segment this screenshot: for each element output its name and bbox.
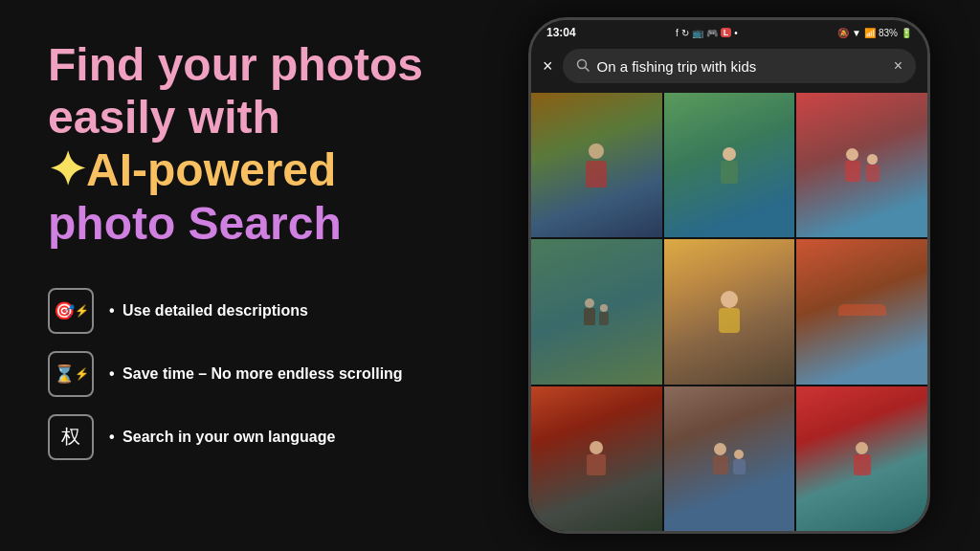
headline-line2: easily with: [48, 91, 459, 143]
photo-cell-1[interactable]: [531, 93, 662, 237]
phone-mockup: 13:04 f ↻ 📺 🎮 L • 🔕 ▼ 📶 83% 🔋 ×: [528, 17, 930, 534]
badge-icon: L: [721, 28, 732, 37]
photo-cell-5[interactable]: [664, 239, 795, 384]
headline-ai-line: ✦AI-powered: [48, 143, 459, 196]
photo-cell-9[interactable]: [796, 386, 927, 531]
target-lightning-icon: 🎯⚡: [48, 288, 94, 334]
photo-cell-6[interactable]: [796, 239, 927, 384]
photo-grid: [531, 93, 927, 531]
feature-item-scrolling: ⌛⚡ • Save time – No more endless scrolli…: [48, 351, 459, 397]
dot-icon: •: [734, 28, 738, 38]
headline-ai-text: AI-powered: [86, 144, 336, 195]
feature-item-language: 权 • Search in your own language: [48, 414, 459, 460]
photo-cell-7[interactable]: [531, 386, 662, 531]
headline-line1: Find your photos: [48, 38, 459, 91]
headline: Find your photos easily with ✦AI-powered…: [48, 38, 459, 250]
hourglass-lightning-icon: ⌛⚡: [48, 351, 94, 397]
fb-icon: f: [676, 28, 679, 38]
tv-icon2: 🎮: [706, 28, 718, 38]
photo-cell-4[interactable]: [531, 239, 662, 384]
tv-icon1: 📺: [692, 28, 703, 38]
search-box[interactable]: On a fishing trip with kids ×: [563, 49, 916, 83]
status-time: 13:04: [546, 26, 576, 39]
photo-cell-8[interactable]: [664, 386, 795, 531]
status-icons-left: f ↻ 📺 🎮 L •: [676, 28, 738, 38]
language-icon: 权: [48, 414, 94, 460]
photo-cell-3[interactable]: [796, 93, 927, 237]
sparkle-icon: ✦: [48, 144, 86, 195]
wifi-icon: ▼: [852, 28, 861, 38]
battery-icon: 🔋: [901, 28, 912, 38]
feature-item-descriptions: 🎯⚡ • Use detailed descriptions: [48, 288, 459, 334]
headline-search-text: photo Search: [48, 197, 459, 250]
status-icons-right: 🔕 ▼ 📶 83% 🔋: [837, 28, 912, 38]
feature-text-language: • Search in your own language: [109, 429, 335, 446]
search-bar-row: × On a fishing trip with kids ×: [531, 43, 927, 93]
feature-text-scrolling: • Save time – No more endless scrolling: [109, 365, 403, 383]
right-panel: 13:04 f ↻ 📺 🎮 L • 🔕 ▼ 📶 83% 🔋 ×: [498, 0, 980, 551]
battery-text: 83%: [879, 28, 898, 38]
photo-cell-2[interactable]: [664, 93, 795, 237]
search-input-text[interactable]: On a fishing trip with kids: [597, 58, 886, 75]
left-panel: Find your photos easily with ✦AI-powered…: [0, 0, 498, 551]
status-bar: 13:04 f ↻ 📺 🎮 L • 🔕 ▼ 📶 83% 🔋: [531, 20, 927, 43]
feature-text-descriptions: • Use detailed descriptions: [109, 302, 308, 320]
search-icon: [576, 58, 590, 75]
features-list: 🎯⚡ • Use detailed descriptions ⌛⚡ • Save…: [48, 288, 459, 460]
sync-icon: ↻: [681, 28, 689, 38]
close-button[interactable]: ×: [543, 56, 553, 77]
mute-icon: 🔕: [837, 28, 849, 38]
signal-icon: 📶: [864, 28, 876, 38]
clear-search-button[interactable]: ×: [894, 57, 902, 75]
svg-line-1: [585, 67, 589, 71]
